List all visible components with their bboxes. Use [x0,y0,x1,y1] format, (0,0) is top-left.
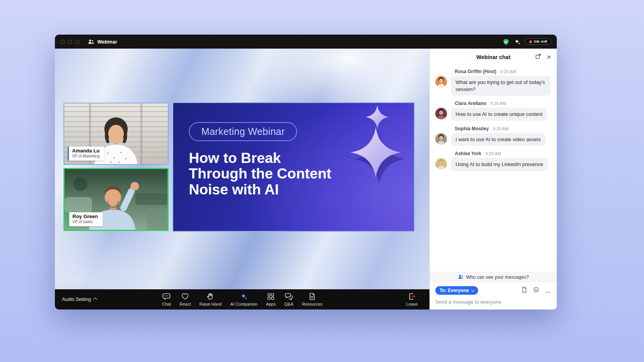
apps-label: Apps [266,302,276,306]
message-time: 9:20 AM [486,151,501,156]
to-everyone-label: To: Everyone [440,288,469,293]
privacy-note: Who can see your messages? [430,272,557,282]
react-button[interactable]: React [176,291,195,308]
to-everyone-selector[interactable]: To: Everyone [435,286,478,295]
slide-title: How to Break Through the Content Noise w… [189,150,331,198]
message-meta: Clara Arellano 9:20 AM [455,101,551,106]
qa-icon [285,292,293,301]
audio-setting-label: Audio Setting [62,297,91,302]
webinar-icon [88,39,94,44]
avatar [435,108,447,119]
raise-hand-icon [206,292,215,301]
window-zoom-control[interactable] [75,40,79,44]
video-tile-amanda[interactable]: Amanda Lu VP of Marketing [63,103,169,165]
chat-message: Rosa Griffin (Host) 9:20 AM What are you… [435,69,551,96]
message-time: 9:20 AM [490,101,506,106]
message-bubble: I want to use AI to create video assets [451,133,545,146]
leave-label: Leave [406,302,418,306]
chat-message: Sophia Mosiley 9:20 AM I want to use AI … [435,126,551,146]
stage-column: Amanda Lu VP of Marketing [55,49,429,310]
chat-button[interactable]: Chat [158,291,175,308]
window-title: Webinar [97,39,117,45]
chat-header: Webinar chat ✕ [430,49,557,66]
slide-badge: Marketing Webinar [189,122,297,141]
window-close-control[interactable] [60,40,65,44]
on-air-label: ON AIR [534,40,547,44]
slide-title-line: Noise with AI [189,182,331,198]
message-meta: Rosa Griffin (Host) 9:20 AM [455,69,551,74]
composer-icons: … [521,287,551,294]
slide-title-line: Through the Content [189,166,331,182]
chat-header-icons: ✕ [535,53,551,61]
nametag-amanda: Amanda Lu VP of Marketing [68,147,104,161]
composer-input-wrap [435,295,551,306]
qa-label: Q&A [284,302,293,306]
avatar [435,158,447,170]
webinar-chat-panel: Webinar chat ✕ Rosa Griffin (Host) 9:20 … [429,49,557,310]
webinar-stage: Amanda Lu VP of Marketing [55,49,429,289]
ai-sparkle-icon[interactable] [514,38,521,45]
avatar [435,76,447,87]
raise-hand-label: Raise Hand [199,302,222,306]
resources-label: Resources [302,302,322,306]
privacy-note-text: Who can see your messages? [466,275,529,280]
chat-message: Ashlee York 9:20 AM Using AI to build my… [435,151,551,171]
chat-icon [162,292,171,301]
audio-setting-button[interactable]: Audio Setting [62,297,97,302]
meeting-toolbar: Audio Setting Chat React [55,289,429,310]
ai-companion-label: AI Companion [230,302,257,306]
avatar [435,133,447,145]
toolbar-center: Chat React Raise Hand [158,291,326,308]
apps-button[interactable]: Apps [262,291,280,308]
slide-title-line: How to Break [189,150,331,166]
leave-button[interactable]: Leave [402,291,422,308]
chevron-up-icon [93,297,97,302]
message-meta: Sophia Mosiley 9:20 AM [455,126,551,131]
nametag-roy: Roy Green VP of Sales [68,212,103,226]
message-bubble: Using AI to build my LinkedIn presence [451,158,548,171]
security-shield-icon[interactable] [503,38,509,45]
close-icon[interactable]: ✕ [547,54,551,60]
shared-slide: Marketing Webinar How to Break Through t… [172,102,415,232]
participant-name: Roy Green [72,214,98,220]
on-air-dot-icon [529,40,532,43]
message-bubble: How to use AI to create unique content [451,108,547,121]
message-author: Clara Arellano [455,101,486,106]
window-content: Amanda Lu VP of Marketing [55,49,557,310]
chevron-down-icon [472,289,475,292]
message-input[interactable] [435,295,551,306]
leave-icon [408,292,416,301]
message-author: Ashlee York [455,151,481,156]
more-options-icon[interactable]: … [545,288,551,294]
titlebar-right: ON AIR [503,38,551,45]
message-author: Rosa Griffin (Host) [455,69,496,74]
message-bubble: What are you trying to get out of today'… [451,76,551,96]
ai-companion-button[interactable]: AI Companion [226,291,261,308]
resources-button[interactable]: Resources [298,291,326,308]
chat-footer: Who can see your messages? To: Everyone [430,272,557,310]
chat-message-list[interactable]: Rosa Griffin (Host) 9:20 AM What are you… [430,66,557,272]
emoji-icon[interactable] [533,287,539,294]
webinar-window: Webinar ON AIR [55,35,557,310]
privacy-people-icon [458,274,464,281]
message-time: 9:20 AM [500,69,516,74]
window-minimize-control[interactable] [68,40,72,44]
chat-composer: To: Everyone … [430,282,557,310]
on-air-badge: ON AIR [525,38,551,45]
heart-icon [181,292,189,301]
popout-icon[interactable] [535,53,541,61]
react-label: React [179,302,191,306]
raise-hand-button[interactable]: Raise Hand [195,291,225,308]
message-meta: Ashlee York 9:20 AM [455,151,551,156]
chat-title: Webinar chat [476,54,510,60]
participant-name: Amanda Lu [72,148,100,154]
attach-file-icon[interactable] [521,287,527,294]
chat-label: Chat [162,302,171,306]
titlebar: Webinar ON AIR [55,35,557,49]
chat-message: Clara Arellano 9:20 AM How to use AI to … [435,101,551,121]
video-tile-roy[interactable]: Roy Green VP of Sales [63,168,169,231]
participant-role: VP of Sales [72,220,98,224]
message-author: Sophia Mosiley [455,126,489,131]
resources-icon [308,292,316,301]
qa-button[interactable]: Q&A [280,291,297,308]
